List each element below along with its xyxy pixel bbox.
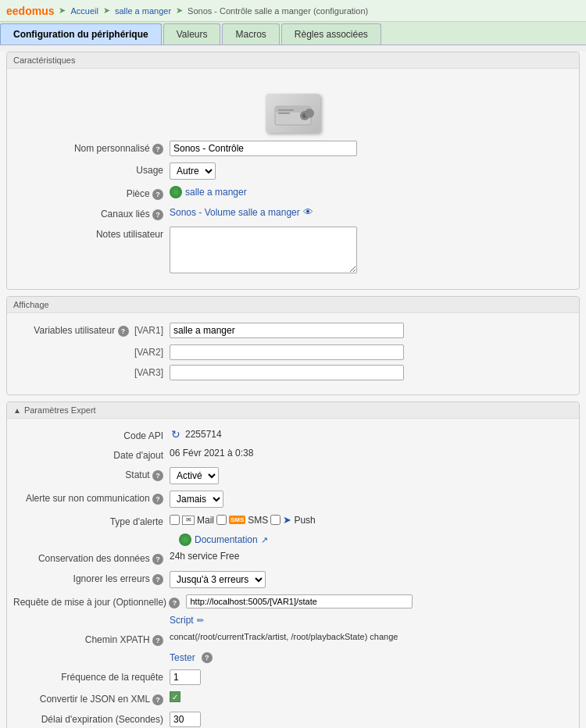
- device-icon: [266, 94, 320, 133]
- section-caracteristiques-body: Nom personnalisé ? Usage Autre: [7, 69, 579, 289]
- help-convertir[interactable]: ?: [152, 694, 163, 705]
- value-date-ajout: 06 Févr 2021 à 0:38: [170, 448, 573, 459]
- value-usage: Autre: [170, 162, 573, 180]
- link-script[interactable]: Script: [170, 615, 194, 626]
- row-code-api: Code API ↻ 2255714: [13, 428, 573, 441]
- checkbox-mail[interactable]: [170, 515, 180, 525]
- breadcrumb-arrow-2: ➤: [103, 5, 110, 16]
- label-convertir: Convertir le JSON en XML ?: [13, 691, 170, 705]
- tab-macros[interactable]: Macros: [222, 23, 279, 45]
- input-var3[interactable]: [170, 365, 404, 380]
- input-requete[interactable]: [186, 594, 413, 608]
- section-caracteristiques-header: Caractéristiques: [7, 52, 579, 69]
- section-caracteristiques: Caractéristiques: [6, 52, 580, 290]
- help-variables[interactable]: ?: [118, 326, 129, 337]
- mail-icon: ✉: [182, 516, 195, 525]
- help-nom[interactable]: ?: [152, 144, 163, 155]
- row-type-alerte: Type d'alerte ✉ Mail SMS SMS ➤ Push: [13, 514, 573, 527]
- external-link-icon[interactable]: ↗: [261, 535, 268, 545]
- label-ignorer: Ignorer les erreurs ?: [13, 571, 170, 585]
- main-content: Caractéristiques: [0, 52, 586, 728]
- label-code-api: Code API: [13, 428, 170, 441]
- device-svg: [273, 100, 313, 127]
- eye-icon[interactable]: 👁: [303, 206, 313, 218]
- select-alerte[interactable]: Jamais: [170, 491, 223, 508]
- svg-point-3: [302, 113, 307, 118]
- row-var3: [VAR3]: [13, 365, 573, 380]
- breadcrumb-accueil[interactable]: Accueil: [70, 6, 98, 16]
- checkbox-sms[interactable]: [216, 515, 227, 525]
- section-expert-header[interactable]: ▲ Paramètres Expert: [7, 402, 579, 419]
- row-var2: [VAR2]: [13, 344, 573, 360]
- row-ignorer: Ignorer les erreurs ? Jusqu'à 3 erreurs: [13, 571, 573, 588]
- input-nom[interactable]: [170, 141, 357, 156]
- value-nom: [170, 141, 573, 156]
- label-nom: Nom personnalisé ?: [13, 141, 170, 155]
- value-alerte: Jamais: [170, 491, 573, 508]
- section-caracteristiques-title: Caractéristiques: [13, 55, 75, 65]
- help-requete[interactable]: ?: [169, 598, 180, 608]
- value-notes: [170, 227, 573, 273]
- label-notes: Notes utilisateur: [13, 227, 170, 240]
- label-statut: Statut ?: [13, 467, 170, 481]
- value-var1: [170, 323, 573, 338]
- value-type-alerte: ✉ Mail SMS SMS ➤ Push: [170, 514, 573, 526]
- help-conservation[interactable]: ?: [152, 554, 163, 565]
- breadcrumb-room[interactable]: salle a manger: [115, 6, 171, 16]
- input-delai[interactable]: [170, 712, 201, 727]
- section-affichage-body: Variables utilisateur ? [VAR1] [VAR2] [V…: [7, 313, 579, 394]
- room-icon: [170, 186, 182, 198]
- breadcrumb-arrow-3: ➤: [176, 5, 183, 16]
- value-ignorer: Jusqu'à 3 erreurs: [170, 571, 573, 588]
- label-requete: Requête de mise à jour (Optionnelle) ?: [13, 594, 186, 608]
- input-var2[interactable]: [170, 344, 404, 360]
- tab-regles[interactable]: Règles associées: [281, 23, 381, 45]
- help-chemin[interactable]: ?: [152, 635, 163, 646]
- link-documentation[interactable]: Documentation: [195, 534, 258, 545]
- help-canaux[interactable]: ?: [152, 209, 163, 220]
- value-frequence: [170, 669, 573, 685]
- tab-configuration[interactable]: Configuration du périphérique: [0, 23, 162, 45]
- checkbox-push[interactable]: [270, 515, 280, 525]
- section-expert-title: Paramètres Expert: [24, 405, 96, 415]
- label-alerte: Alerte sur non communication ?: [13, 491, 170, 505]
- help-ignorer[interactable]: ?: [152, 574, 163, 585]
- help-tester[interactable]: ?: [202, 652, 213, 663]
- input-frequence[interactable]: [170, 669, 201, 685]
- select-usage[interactable]: Autre: [170, 162, 216, 180]
- row-nom: Nom personnalisé ?: [13, 141, 573, 156]
- push-label: Push: [294, 515, 315, 526]
- help-statut[interactable]: ?: [152, 470, 163, 481]
- pencil-icon[interactable]: ✏: [197, 616, 204, 626]
- row-alerte: Alerte sur non communication ? Jamais: [13, 491, 573, 508]
- label-frequence: Fréquence de la requête: [13, 669, 170, 683]
- select-ignorer[interactable]: Jusqu'à 3 erreurs: [170, 571, 266, 588]
- value-convertir: ✓: [170, 691, 573, 702]
- help-alerte[interactable]: ?: [152, 494, 163, 505]
- row-conservation: Conservation des données ? 24h service F…: [13, 551, 573, 565]
- help-piece[interactable]: ?: [152, 189, 163, 200]
- tab-valeurs[interactable]: Valeurs: [163, 23, 221, 45]
- sms-badge: SMS: [229, 516, 245, 524]
- checkbox-convertir-checked[interactable]: ✓: [170, 691, 180, 702]
- row-date-ajout: Date d'ajout 06 Févr 2021 à 0:38: [13, 448, 573, 461]
- device-image-area: [13, 78, 573, 141]
- row-usage: Usage Autre: [13, 162, 573, 180]
- textarea-notes[interactable]: [170, 227, 357, 273]
- link-canaux[interactable]: Sonos - Volume salle a manger: [170, 207, 300, 218]
- collapse-arrow: ▲: [13, 406, 21, 415]
- row-documentation: Documentation ↗: [13, 534, 573, 546]
- input-var1[interactable]: [170, 323, 404, 338]
- row-notes: Notes utilisateur: [13, 227, 573, 273]
- link-piece[interactable]: salle a manger: [185, 187, 247, 198]
- select-statut[interactable]: Activé: [170, 467, 219, 484]
- label-date-ajout: Date d'ajout: [13, 448, 170, 461]
- breadcrumb-current: Sonos - Contrôle salle a manger (configu…: [188, 6, 368, 16]
- conservation-value: 24h service Free: [170, 551, 239, 562]
- link-tester[interactable]: Tester: [170, 652, 195, 663]
- row-chemin: Chemin XPATH ? concat(/root/currentTrack…: [13, 632, 573, 646]
- label-piece: Pièce ?: [13, 186, 170, 200]
- row-delai: Délai d'expiration (Secondes): [13, 712, 573, 727]
- refresh-icon[interactable]: ↻: [170, 428, 182, 441]
- svg-rect-5: [278, 112, 290, 114]
